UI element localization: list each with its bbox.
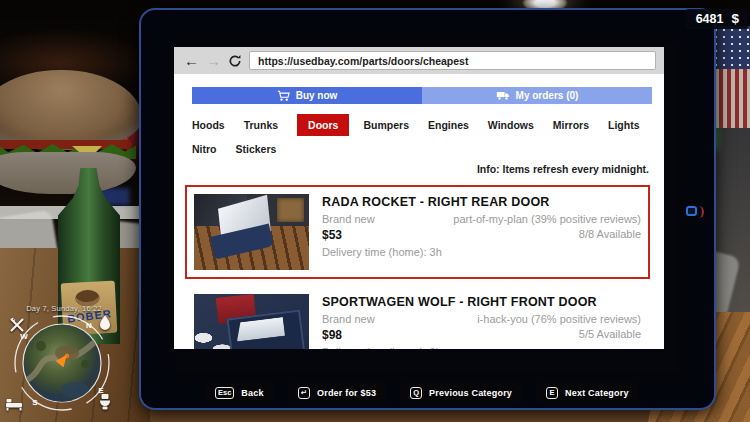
product-info: RADA ROCKET - RIGHT REAR DOOR Brand new … xyxy=(322,194,641,270)
thumb-door-window xyxy=(234,317,285,341)
product-price: $98 xyxy=(322,328,342,342)
product-title: RADA ROCKET - RIGHT REAR DOOR xyxy=(322,195,641,209)
currency-symbol: $ xyxy=(731,11,739,26)
tab-my-orders-label: My orders (0) xyxy=(516,90,579,101)
product-delivery: Delivery time (home): 3h xyxy=(322,246,442,258)
category-windows[interactable]: Windows xyxy=(488,119,534,131)
hotkey-next-label: Next Category xyxy=(565,388,629,398)
category-trunks[interactable]: Trunks xyxy=(244,119,278,131)
url-bar[interactable]: https://usedbay.com/parts/doors/cheapest xyxy=(249,51,656,70)
category-engines[interactable]: Engines xyxy=(428,119,469,131)
product-info: SPORTWAGEN WOLF - RIGHT FRONT DOOR Brand… xyxy=(322,294,641,349)
product-title: SPORTWAGEN WOLF - RIGHT FRONT DOOR xyxy=(322,295,641,309)
hotkey-previous-category[interactable]: Q Previous Category xyxy=(400,383,522,403)
category-mirrors[interactable]: Mirrors xyxy=(553,119,589,131)
hotkey-order-label: Order for $53 xyxy=(317,388,376,398)
browser-toolbar: ← → https://usedbay.com/parts/doors/chea… xyxy=(174,47,664,74)
thirst-icon xyxy=(97,314,113,332)
tablet: ← → https://usedbay.com/parts/doors/chea… xyxy=(139,8,716,410)
money-amount: 6481 xyxy=(696,12,724,26)
flag-star-field xyxy=(711,26,750,69)
tablet-home-button[interactable] xyxy=(686,206,697,216)
thumb-cardboard xyxy=(277,198,304,222)
product-seller: i-hack-you (76% positive reviews) xyxy=(477,313,641,325)
forward-nav-icon[interactable]: → xyxy=(206,53,221,68)
tab-my-orders[interactable]: My orders (0) xyxy=(422,87,652,104)
info-note: Info: Items refresh every midnight. xyxy=(174,163,649,175)
hotkey-bar: Esc Back ↵ Order for $53 Q Previous Cate… xyxy=(205,383,639,403)
q-key-icon: Q xyxy=(410,387,422,399)
product-thumbnail xyxy=(194,294,309,349)
product-availability: 8/8 Available xyxy=(579,228,641,242)
enter-key-icon: ↵ xyxy=(298,387,310,399)
category-hoods[interactable]: Hoods xyxy=(192,119,225,131)
product-thumbnail xyxy=(194,194,309,270)
cart-icon xyxy=(277,90,290,102)
category-row-1: Hoods Trunks Doors Bumpers Engines Windo… xyxy=(192,113,664,137)
hotkey-previous-label: Previous Category xyxy=(429,388,512,398)
browser-window: ← → https://usedbay.com/parts/doors/chea… xyxy=(174,47,664,349)
toilet-icon xyxy=(97,393,113,412)
game-screen: BOBER 6481 $ ← → xyxy=(0,0,750,422)
product-row-rada-rocket[interactable]: RADA ROCKET - RIGHT REAR DOOR Brand new … xyxy=(185,185,650,279)
hotkey-order[interactable]: ↵ Order for $53 xyxy=(288,383,386,403)
category-doors[interactable]: Doors xyxy=(297,114,349,136)
category-lights[interactable]: Lights xyxy=(608,119,640,131)
product-row-sportwagen-wolf[interactable]: SPORTWAGEN WOLF - RIGHT FRONT DOOR Brand… xyxy=(185,285,650,349)
category-bumpers[interactable]: Bumpers xyxy=(363,119,409,131)
back-nav-icon[interactable]: ← xyxy=(184,53,199,68)
money-hud: 6481 $ xyxy=(686,9,748,29)
truck-icon xyxy=(496,90,510,101)
esc-key-icon: Esc xyxy=(215,387,234,399)
category-stickers[interactable]: Stickers xyxy=(236,143,277,155)
category-row-2: Nitro Stickers xyxy=(192,138,664,160)
sleep-icon xyxy=(5,396,23,411)
tab-buy-now[interactable]: Buy now xyxy=(192,87,422,104)
refresh-icon[interactable] xyxy=(228,54,242,68)
product-condition: Brand new xyxy=(322,313,375,325)
shop-tabs: Buy now My orders (0) xyxy=(192,87,652,104)
hotkey-next-category[interactable]: E Next Category xyxy=(536,383,639,403)
product-delivery: Delivery time (home): 3h xyxy=(322,346,442,350)
product-seller: part-of-my-plan (39% positive reviews) xyxy=(453,213,641,225)
product-price: $53 xyxy=(322,228,342,242)
hotkey-back-label: Back xyxy=(241,388,263,398)
url-text: https://usedbay.com/parts/doors/cheapest xyxy=(258,55,468,67)
compass-s: S xyxy=(32,398,38,407)
category-nitro[interactable]: Nitro xyxy=(192,143,217,155)
minimap-hud: Day 7, Sunday, 16:22 xyxy=(0,296,135,422)
e-key-icon: E xyxy=(546,387,558,399)
hunger-icon xyxy=(8,316,26,334)
american-flag xyxy=(711,26,750,128)
shop-page: Buy now My orders (0) Hoods Trunks D xyxy=(174,74,664,349)
product-condition: Brand new xyxy=(322,213,375,225)
flag-stripes xyxy=(711,69,750,128)
product-availability: 5/5 Available xyxy=(579,328,641,342)
hotkey-back[interactable]: Esc Back xyxy=(205,383,274,403)
compass-n: N xyxy=(86,321,92,330)
tab-buy-now-label: Buy now xyxy=(296,90,338,101)
